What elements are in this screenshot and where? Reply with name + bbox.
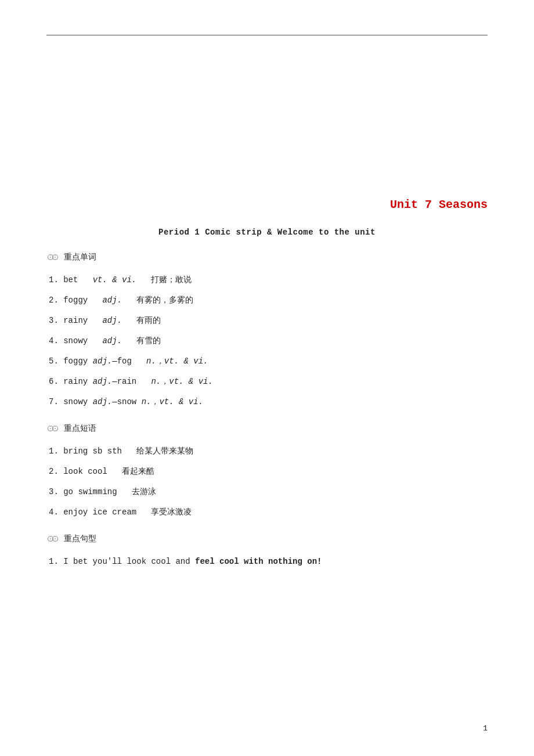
sentence-section-label: 重点句型 xyxy=(64,534,96,544)
sentence-list: 1. I bet you'll look cool and feel cool … xyxy=(46,556,488,568)
vocab-item-3: 3. rainy adj. 有雨的 xyxy=(46,315,488,327)
vocab-item-4: 4. snowy adj. 有雪的 xyxy=(46,335,488,347)
page-number: 1 xyxy=(483,724,488,733)
vocab-icon xyxy=(46,251,59,264)
top-divider xyxy=(46,35,488,35)
vocab-item-7: 7. snowy adj.—snow n.，vt. & vi. xyxy=(46,396,488,408)
phrase-item-3: 3. go swimming 去游泳 xyxy=(46,486,488,498)
sentence-section-header: 重点句型 xyxy=(46,532,488,545)
phrase-section-header: 重点短语 xyxy=(46,422,488,435)
phrase-item-4: 4. enjoy ice cream 享受冰激凌 xyxy=(46,506,488,519)
sentence-item-1: 1. I bet you'll look cool and feel cool … xyxy=(46,556,488,568)
vocab-item-1: 1. bet vt. & vi. 1. bet vt. & vi. 打赌；敢说打… xyxy=(46,274,488,286)
svg-point-15 xyxy=(55,430,56,431)
svg-point-14 xyxy=(55,428,56,429)
vocab-list: 1. bet vt. & vi. 1. bet vt. & vi. 打赌；敢说打… xyxy=(46,274,488,408)
svg-point-21 xyxy=(55,536,56,537)
sentence-icon xyxy=(46,532,59,545)
svg-point-19 xyxy=(50,538,51,539)
page-container: Unit 7 Seasons Period 1 Comic strip & We… xyxy=(0,0,534,756)
phrase-item-2: 2. look cool 看起来酷 xyxy=(46,466,488,478)
vocab-section-label: 重点单词 xyxy=(64,252,96,262)
vocab-item-6: 6. rainy adj.—rain n.，vt. & vi. xyxy=(46,376,488,388)
svg-point-12 xyxy=(50,430,51,431)
svg-point-7 xyxy=(55,259,56,260)
vocab-section-header: 重点单词 xyxy=(46,251,488,264)
svg-point-4 xyxy=(50,259,51,260)
svg-point-5 xyxy=(55,254,56,255)
svg-point-23 xyxy=(55,541,56,542)
phrase-list: 1. bring sb sth 给某人带来某物 2. look cool 看起来… xyxy=(46,445,488,519)
phrase-item-1: 1. bring sb sth 给某人带来某物 xyxy=(46,445,488,458)
svg-point-10 xyxy=(50,426,51,427)
svg-point-11 xyxy=(50,428,51,429)
unit-title: Unit 7 Seasons xyxy=(46,198,488,211)
period-title: Period 1 Comic strip & Welcome to the un… xyxy=(46,228,488,237)
vocab-item-5: 5. foggy adj.—fog n.，vt. & vi. xyxy=(46,355,488,368)
bold-phrase: feel cool with nothing on! xyxy=(195,557,322,566)
svg-point-6 xyxy=(55,257,56,258)
svg-point-18 xyxy=(50,536,51,537)
svg-point-2 xyxy=(50,254,51,255)
svg-point-20 xyxy=(50,541,51,542)
svg-point-3 xyxy=(50,257,51,258)
svg-point-13 xyxy=(55,426,56,427)
svg-point-22 xyxy=(55,538,56,539)
phrase-section-label: 重点短语 xyxy=(64,423,96,434)
phrase-icon xyxy=(46,422,59,435)
vocab-item-2: 2. foggy adj. 有雾的，多雾的 xyxy=(46,294,488,307)
